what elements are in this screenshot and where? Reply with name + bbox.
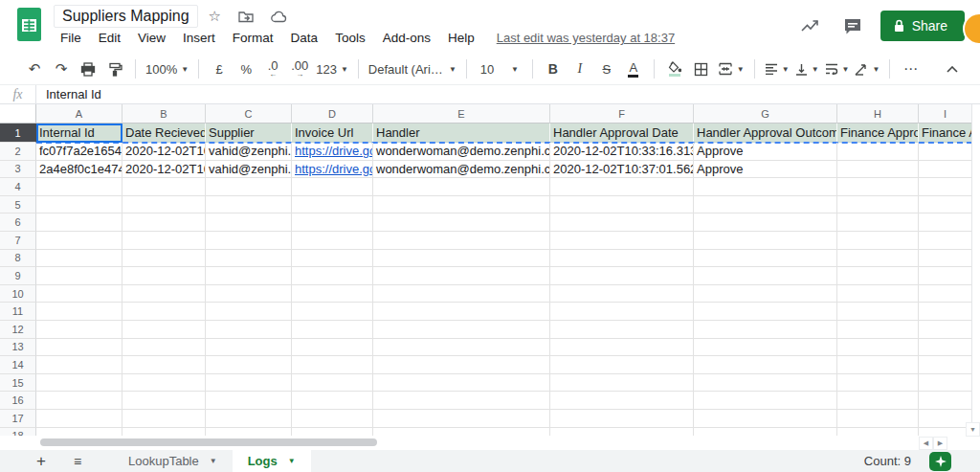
cell-F14[interactable] (550, 356, 694, 374)
paint-format-icon[interactable] (104, 57, 125, 80)
cell-D12[interactable] (292, 321, 373, 339)
cell-D18[interactable] (292, 428, 373, 437)
cell-C6[interactable] (206, 214, 292, 232)
cell-F12[interactable] (550, 321, 694, 339)
cell-E12[interactable] (373, 321, 550, 339)
format-currency-button[interactable]: £ (209, 57, 230, 80)
cell-G17[interactable] (694, 410, 837, 428)
cell-A9[interactable] (36, 267, 122, 285)
format-percent-button[interactable]: % (235, 57, 256, 80)
cell-D15[interactable] (292, 374, 373, 393)
menu-help[interactable]: Help (439, 29, 483, 47)
cell-G14[interactable] (694, 356, 837, 374)
horizontal-scrollbar-track[interactable]: ◀ ▶ (0, 436, 980, 451)
cell-A7[interactable] (36, 232, 122, 250)
star-icon[interactable]: ☆ (202, 8, 228, 25)
cell-G3[interactable]: Approve (694, 161, 837, 179)
cloud-status-icon[interactable] (264, 11, 294, 23)
row-header-6[interactable]: 6 (0, 214, 36, 232)
print-icon[interactable] (78, 57, 99, 80)
cell-B2[interactable]: 2020-12-02T10:3 (122, 143, 206, 161)
document-title[interactable]: Suppliers Mapping (54, 5, 198, 28)
cell-I9[interactable] (919, 267, 972, 285)
cell-B12[interactable] (122, 321, 206, 339)
cell-F18[interactable] (550, 428, 694, 437)
cell-D9[interactable] (292, 267, 373, 285)
row-header-10[interactable]: 10 (0, 285, 36, 303)
cell-A12[interactable] (36, 321, 122, 339)
cell-F6[interactable] (550, 214, 694, 232)
menu-view[interactable]: View (129, 29, 174, 47)
cell-G2[interactable]: Approve (694, 143, 837, 161)
row-header-9[interactable]: 9 (0, 267, 36, 285)
column-header-E[interactable]: E (373, 104, 550, 124)
cell-I15[interactable] (919, 374, 972, 393)
more-formats-button[interactable]: 123▼ (316, 57, 348, 80)
cell-F1[interactable]: Handler Approval Date (550, 124, 694, 143)
cell-F4[interactable] (550, 178, 694, 196)
cell-D1[interactable]: Invoice Url (292, 124, 373, 143)
cell-E10[interactable] (373, 285, 550, 303)
decrease-decimal-button[interactable]: .0← (262, 57, 283, 80)
cell-H5[interactable] (837, 196, 919, 214)
cell-B8[interactable] (122, 250, 206, 268)
cell-F17[interactable] (550, 410, 694, 428)
cell-I3[interactable] (919, 161, 972, 179)
row-header-4[interactable]: 4 (0, 178, 36, 196)
cell-F9[interactable] (550, 267, 694, 285)
cell-H7[interactable] (837, 232, 919, 250)
column-header-F[interactable]: F (550, 104, 694, 124)
cell-I13[interactable] (919, 339, 972, 357)
cell-C11[interactable] (206, 303, 292, 321)
cell-I7[interactable] (919, 232, 972, 250)
cell-I6[interactable] (919, 214, 972, 232)
bold-button[interactable]: B (543, 57, 564, 80)
cell-I18[interactable] (919, 428, 972, 437)
row-header-14[interactable]: 14 (0, 356, 36, 374)
cell-C10[interactable] (206, 285, 292, 303)
cell-C17[interactable] (206, 410, 292, 428)
cell-E5[interactable] (373, 196, 550, 214)
cell-E3[interactable]: wonderwoman@demo.zenphi.com (373, 161, 550, 179)
row-header-16[interactable]: 16 (0, 392, 36, 410)
cell-H16[interactable] (837, 392, 919, 410)
cell-H11[interactable] (837, 303, 919, 321)
cell-G1[interactable]: Handler Approval Outcome (694, 124, 837, 143)
cell-C3[interactable]: vahid@zenphi.co (206, 161, 292, 179)
cell-I4[interactable] (919, 178, 972, 196)
cell-F10[interactable] (550, 285, 694, 303)
cell-H17[interactable] (837, 410, 919, 428)
cell-I8[interactable] (919, 250, 972, 268)
collapse-toolbar-icon[interactable] (942, 57, 963, 80)
cell-H2[interactable] (837, 143, 919, 161)
cell-D7[interactable] (292, 232, 373, 250)
text-color-button[interactable]: A (623, 57, 644, 80)
vertical-scrollbar[interactable] (971, 104, 980, 436)
cell-A11[interactable] (36, 303, 122, 321)
cell-A6[interactable] (36, 214, 122, 232)
cell-G6[interactable] (694, 214, 837, 232)
cell-B11[interactable] (122, 303, 206, 321)
cell-B7[interactable] (122, 232, 206, 250)
cell-G12[interactable] (694, 321, 837, 339)
cell-B10[interactable] (122, 285, 206, 303)
row-header-17[interactable]: 17 (0, 410, 36, 428)
cell-C2[interactable]: vahid@zenphi.co (206, 143, 292, 161)
cell-F11[interactable] (550, 303, 694, 321)
cell-I11[interactable] (919, 303, 972, 321)
cell-G15[interactable] (694, 374, 837, 393)
cell-D16[interactable] (292, 392, 373, 410)
scroll-left-arrow[interactable]: ◀ (919, 437, 933, 450)
cell-B9[interactable] (122, 267, 206, 285)
cell-E11[interactable] (373, 303, 550, 321)
cell-D5[interactable] (292, 196, 373, 214)
menu-data[interactable]: Data (282, 29, 327, 47)
cell-I12[interactable] (919, 321, 972, 339)
move-to-folder-icon[interactable] (232, 10, 260, 23)
cell-G5[interactable] (694, 196, 837, 214)
column-header-C[interactable]: C (206, 104, 292, 124)
cell-G16[interactable] (694, 392, 837, 410)
font-select[interactable]: Default (Ari…▼ (368, 57, 457, 80)
scroll-down-arrow[interactable]: ▼ (966, 422, 980, 437)
cell-A3[interactable]: 2a4e8f0c1e4745 (36, 161, 122, 179)
